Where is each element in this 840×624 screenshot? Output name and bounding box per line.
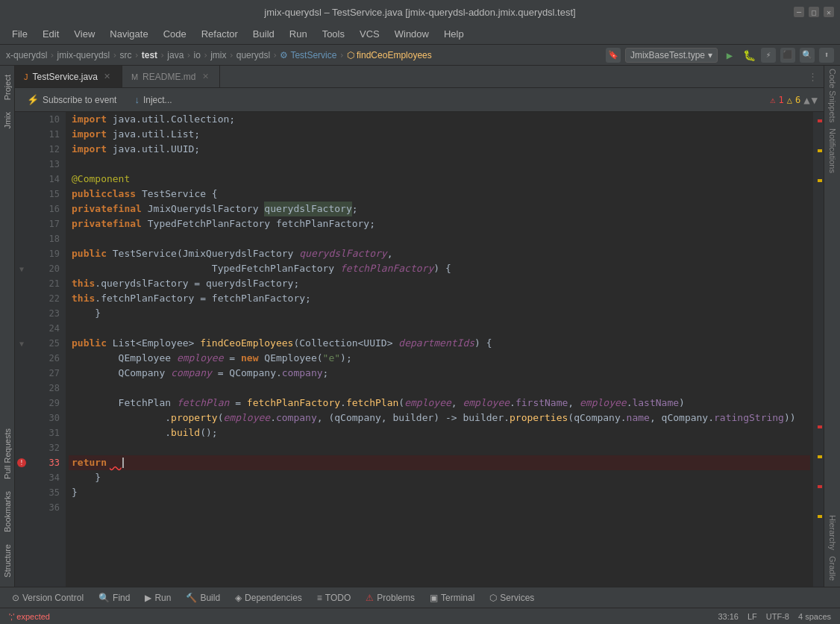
panel-structure[interactable]: Structure xyxy=(0,538,14,584)
menu-file[interactable]: File xyxy=(6,27,34,41)
breadcrumb-io[interactable]: io xyxy=(194,50,201,60)
services-label: Services xyxy=(500,593,534,603)
run-button[interactable]: ▶ xyxy=(722,48,737,63)
linenum-29: 29 xyxy=(28,396,60,411)
tab-more-button[interactable]: ⋮ xyxy=(802,66,824,87)
services-button[interactable]: ⬡ Services xyxy=(483,591,540,605)
run-config-dropdown[interactable]: JmixBaseTest.type ▾ xyxy=(625,48,718,63)
maximize-button[interactable]: □ xyxy=(809,7,819,17)
menu-build[interactable]: Build xyxy=(247,27,280,41)
inject-button[interactable]: ↓ Inject... xyxy=(128,92,178,107)
code-line-31: .build(); xyxy=(69,425,810,440)
panel-code-snippets[interactable]: Code Snippets xyxy=(827,66,839,125)
code-line-24 xyxy=(69,321,810,336)
window-title: jmix-querydsl – TestService.java [jmix-q… xyxy=(264,7,575,18)
close-button[interactable]: ✕ xyxy=(824,7,834,17)
gutter-17 xyxy=(15,216,28,231)
dependencies-button[interactable]: ◈ Dependencies xyxy=(229,591,308,605)
gutter-marker-warning-3 xyxy=(818,455,822,458)
panel-notifications[interactable]: Notifications xyxy=(827,125,839,176)
tab-testservice-close[interactable]: ✕ xyxy=(102,72,113,82)
menu-help[interactable]: Help xyxy=(438,27,470,41)
inject-label: Inject... xyxy=(143,95,172,105)
coverage-button[interactable]: ⚡ xyxy=(761,48,776,63)
java-file-icon: J xyxy=(24,72,28,81)
editor-toolbar: ⚡ Subscribe to event ↓ Inject... ⚠ 1 △ 6… xyxy=(15,88,824,112)
panel-project[interactable]: Project xyxy=(0,69,14,106)
gutter-marker-error-2 xyxy=(818,425,822,428)
gutter-25: ▼ xyxy=(15,336,28,351)
gutter-18 xyxy=(15,231,28,246)
search-button[interactable]: 🔍 xyxy=(800,48,815,63)
unfold-all-button[interactable]: ▼ xyxy=(812,94,818,106)
breadcrumb-querydsl[interactable]: x-querydsl xyxy=(6,50,47,60)
cursor-position[interactable]: 33:16 xyxy=(718,612,739,621)
tab-readme[interactable]: M README.md ✕ xyxy=(122,66,221,87)
menu-vcs[interactable]: VCS xyxy=(354,27,386,41)
menu-refactor[interactable]: Refactor xyxy=(195,27,244,41)
collapse-25-icon[interactable]: ▼ xyxy=(19,340,24,348)
gutter-32 xyxy=(15,440,28,455)
menu-tools[interactable]: Tools xyxy=(316,27,351,41)
deps-icon: ◈ xyxy=(235,593,242,603)
gutter-29 xyxy=(15,396,28,411)
breadcrumb-method[interactable]: ⬡ findCeoEmployees xyxy=(347,50,432,60)
file-encoding[interactable]: UTF-8 xyxy=(766,612,789,621)
code-editor[interactable]: import java.util.Collection; import java… xyxy=(66,112,813,587)
breadcrumb-querydsl2[interactable]: querydsl xyxy=(236,50,270,60)
gutter-19 xyxy=(15,246,28,261)
menu-run[interactable]: Run xyxy=(283,27,313,41)
run-panel-button[interactable]: ▶ Run xyxy=(139,591,177,605)
menu-view[interactable]: View xyxy=(68,27,101,41)
code-line-16: private final JmixQuerydslFactory queryd… xyxy=(69,202,810,216)
menu-edit[interactable]: Edit xyxy=(37,27,65,41)
menu-navigate[interactable]: Navigate xyxy=(104,27,154,41)
panel-jmix[interactable]: Jmix xyxy=(0,106,14,135)
find-button[interactable]: 🔍 Find xyxy=(93,591,136,605)
gutter-16 xyxy=(15,202,28,216)
tab-readme-close[interactable]: ✕ xyxy=(200,72,210,82)
gutter-markers: ▼ ▼ ! xyxy=(15,112,28,587)
breadcrumb-jmix-querydsl[interactable]: jmix-querydsl xyxy=(57,50,110,60)
panel-bookmarks[interactable]: Bookmarks xyxy=(0,485,14,538)
gutter-20: ▼ xyxy=(15,261,28,276)
debug-button[interactable]: 🐛 xyxy=(742,48,756,63)
panel-pull-requests[interactable]: Pull Requests xyxy=(0,422,14,485)
indent-size[interactable]: 4 spaces xyxy=(798,612,831,621)
line-separator[interactable]: LF xyxy=(747,612,757,621)
panel-gradle[interactable]: Gradle xyxy=(827,553,839,584)
code-line-21: this.querydslFactory = querydslFactory; xyxy=(69,276,810,291)
code-line-11: import java.util.List; xyxy=(69,127,810,142)
problems-button[interactable]: ⚠ Problems xyxy=(360,591,421,605)
breadcrumb-jmix[interactable]: jmix xyxy=(210,50,226,60)
code-line-18 xyxy=(69,231,810,246)
breadcrumb-test[interactable]: test xyxy=(142,50,157,60)
right-panel: Code Snippets Notifications Hierarchy Gr… xyxy=(824,66,840,587)
code-line-17: private final TypedFetchPlanFactory fetc… xyxy=(69,216,810,231)
build-panel-button[interactable]: 🔨 Build xyxy=(180,591,226,605)
breadcrumb-src[interactable]: src xyxy=(120,50,132,60)
version-control-button[interactable]: ⊙ Version Control xyxy=(6,591,90,605)
linenum-21: 21 xyxy=(28,276,60,291)
settings-button[interactable]: ⬆ xyxy=(819,48,834,63)
find-label: Find xyxy=(113,593,130,603)
panel-hierarchy[interactable]: Hierarchy xyxy=(827,512,839,553)
subscribe-event-button[interactable]: ⚡ Subscribe to event xyxy=(21,92,122,107)
minimize-button[interactable]: ─ xyxy=(794,7,804,17)
tab-testservice[interactable]: J TestService.java ✕ xyxy=(15,66,122,87)
stop-button[interactable]: ⬛ xyxy=(780,48,795,63)
menu-code[interactable]: Code xyxy=(157,27,192,41)
breadcrumb-java[interactable]: java xyxy=(167,50,184,60)
fold-all-button[interactable]: ▲ xyxy=(803,94,809,106)
breadcrumb-testservice[interactable]: ⚙ TestService xyxy=(280,50,336,60)
gutter-35 xyxy=(15,485,28,500)
linenum-26: 26 xyxy=(28,351,60,366)
bookmark-button[interactable]: 🔖 xyxy=(606,48,621,63)
collapse-20-icon[interactable]: ▼ xyxy=(19,265,24,273)
terminal-button[interactable]: ▣ Terminal xyxy=(424,591,480,605)
linenum-16: 16 xyxy=(28,202,60,216)
code-line-26: QEmployee employee = new QEmployee("e"); xyxy=(69,351,810,366)
menu-window[interactable]: Window xyxy=(389,27,435,41)
todo-button[interactable]: ≡ TODO xyxy=(311,591,357,605)
breadcrumb-right: 🔖 JmixBaseTest.type ▾ ▶ 🐛 ⚡ ⬛ 🔍 ⬆ xyxy=(606,48,834,63)
